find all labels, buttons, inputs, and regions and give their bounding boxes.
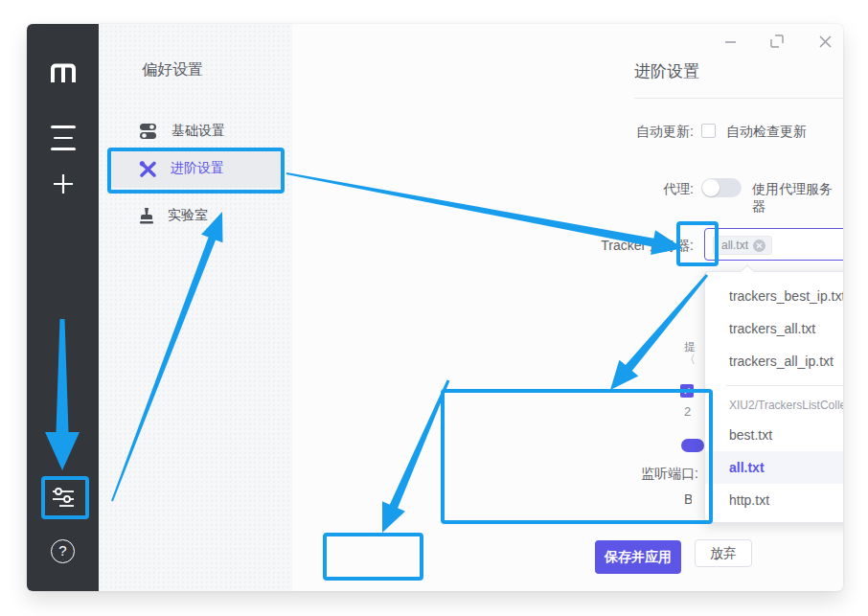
auto-update-label: 自动更新:: [540, 124, 694, 141]
annotation-box-dropdown-group: [441, 389, 713, 524]
app-window: ? 偏好设置 基础设置 进阶设置 实验室: [27, 24, 843, 591]
dropdown-group-label: XIU2/TrackersListCollection: [705, 392, 843, 419]
annotation-box-save-button: [323, 533, 423, 581]
close-button[interactable]: [812, 29, 837, 54]
annotation-box-settings-icon: [41, 476, 89, 519]
dropdown-group-divider: [726, 385, 843, 386]
annotation-box-advanced-settings: [107, 148, 285, 194]
discard-button[interactable]: 放弃: [695, 539, 752, 567]
dropdown-notch: [741, 264, 754, 278]
sidebar-item-basic-settings[interactable]: 基础设置: [111, 114, 284, 148]
maximize-button[interactable]: [765, 29, 789, 54]
tag-close-icon[interactable]: ✕: [753, 240, 765, 252]
dropdown-option[interactable]: http.txt: [705, 484, 843, 516]
annotation-box-caret: [676, 221, 719, 266]
tracker-server-label: Tracker 服务器:: [540, 238, 694, 255]
proxy-label: 代理:: [540, 181, 694, 198]
lab-stamp-icon: [139, 207, 154, 224]
preferences-title: 偏好设置: [142, 60, 203, 80]
proxy-toggle[interactable]: [701, 178, 742, 197]
clipped-helper-text-2: 〈: [684, 352, 701, 368]
help-question-glyph: ?: [51, 539, 75, 563]
save-apply-button[interactable]: 保存并应用: [595, 540, 681, 574]
auto-update-checkbox-label: 自动检查更新: [726, 124, 807, 141]
auto-update-checkbox[interactable]: [701, 124, 716, 138]
tracker-tag: all.txt ✕: [713, 236, 772, 255]
tracker-server-select[interactable]: all.txt ✕: [704, 228, 843, 261]
proxy-toggle-label: 使用代理服务器: [752, 181, 843, 216]
tracker-tag-label: all.txt: [721, 239, 748, 252]
page-title: 进阶设置: [634, 60, 699, 82]
toggles-icon: [139, 123, 158, 140]
dropdown-option[interactable]: trackers_all.txt: [705, 312, 843, 345]
title-divider: [634, 98, 843, 99]
add-task-plus-icon[interactable]: [27, 171, 99, 196]
dropdown-option[interactable]: trackers_all_ip.txt: [705, 345, 843, 377]
preferences-sidebar: 偏好设置 基础设置 进阶设置 实验室: [99, 24, 292, 591]
dropdown-option-selected[interactable]: all.txt: [705, 451, 843, 484]
sidebar-item-label: 基础设置: [171, 123, 225, 140]
task-list-menu-icon[interactable]: [27, 122, 99, 154]
sidebar-item-lab[interactable]: 实验室: [111, 198, 284, 233]
motrix-logo-icon: [27, 60, 99, 85]
tracker-dropdown: trackers_best_ip.txt trackers_all.txt tr…: [704, 271, 843, 523]
dropdown-option[interactable]: best.txt: [705, 419, 843, 451]
help-icon[interactable]: ?: [27, 539, 99, 563]
sidebar-item-label: 实验室: [168, 207, 208, 224]
minimize-button[interactable]: [718, 29, 742, 54]
dropdown-option[interactable]: trackers_best_ip.txt: [705, 280, 843, 312]
